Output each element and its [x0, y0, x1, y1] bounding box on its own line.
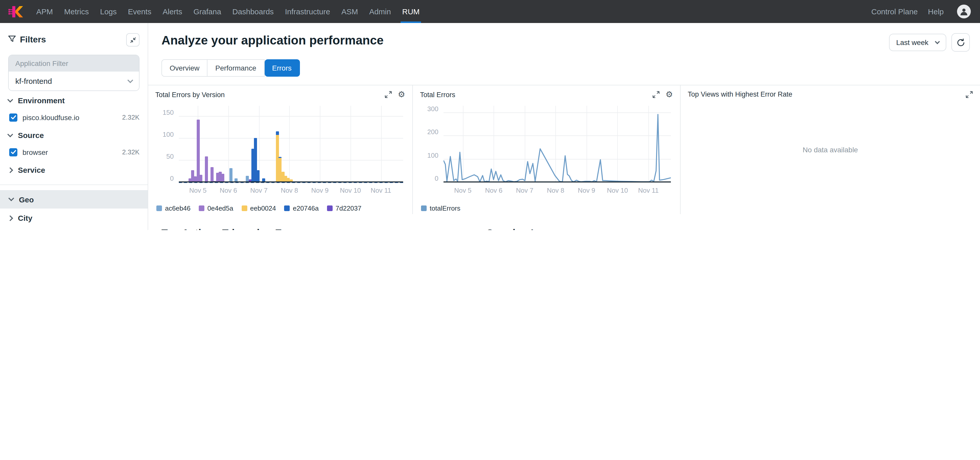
legend-item-eeb0024[interactable]: eeb0024	[242, 204, 276, 212]
x-tick-label: Nov 9	[578, 186, 595, 194]
nav-right-items: Control PlaneHelp	[866, 7, 949, 16]
filter-funnel-icon	[8, 35, 16, 45]
sidebar-item-city[interactable]: City	[8, 210, 140, 226]
collapse-sidebar-button[interactable]	[126, 33, 140, 46]
x-tick-label: Nov 8	[281, 186, 298, 194]
nav-item-alerts[interactable]: Alerts	[157, 0, 188, 23]
sidebar-section-label: Environment	[18, 96, 65, 105]
nav-items: APMMetricsLogsEventsAlertsGrafanaDashboa…	[31, 0, 425, 23]
x-axis-line	[444, 181, 671, 183]
expand-icon[interactable]	[966, 91, 973, 98]
x-tick-label: Nov 10	[340, 186, 361, 194]
legend-label: 7d22037	[336, 204, 361, 212]
x-tick-label: Nov 5	[454, 186, 472, 194]
kloudfuse-logo-icon[interactable]	[8, 0, 24, 23]
legend-label: e20746a	[293, 204, 318, 212]
gear-icon[interactable]: ⚙	[665, 91, 673, 99]
legend-swatch	[284, 205, 290, 211]
application-filter-select[interactable]: Application Filter kf-frontend	[8, 55, 140, 91]
filter-item-pisco-kloudfuse-io[interactable]: pisco.kloudfuse.io2.32K	[8, 109, 140, 126]
sidebar-section-environment[interactable]: Environment	[8, 92, 140, 109]
chevron-down-icon	[8, 196, 14, 201]
panel-title: Total Errors by Version	[155, 91, 225, 99]
tab-overview[interactable]: Overview	[161, 59, 208, 77]
y-tick-label: 100	[427, 151, 438, 159]
sidebar-section-service[interactable]: Service	[8, 161, 140, 178]
nav-item-dashboards[interactable]: Dashboards	[227, 0, 280, 23]
nav-item-grafana[interactable]: Grafana	[188, 0, 227, 23]
nav-item-help[interactable]: Help	[923, 7, 949, 16]
bar-ac6eb46[interactable]	[229, 168, 232, 183]
x-tick-label: Nov 11	[638, 186, 659, 194]
app-window: APMMetricsLogsEventsAlertsGrafanaDashboa…	[0, 0, 980, 230]
legend-item-0e4ed5a[interactable]: 0e4ed5a	[199, 204, 233, 212]
time-range-select[interactable]: Last week	[889, 34, 946, 51]
line-chart-legend: totalErrors	[421, 202, 673, 214]
gear-icon[interactable]: ⚙	[398, 91, 405, 99]
y-tick-label: 300	[427, 105, 438, 113]
total-errors-line	[444, 106, 671, 183]
view-tabs: OverviewPerformanceErrors	[161, 59, 300, 77]
sidebar-section-label: Service	[18, 166, 45, 174]
chevron-right-icon	[7, 215, 13, 221]
ongoing-issues-section: Ongoing Issues Group IDTypeError Message…	[486, 228, 970, 230]
bar-cap-e20746a	[276, 131, 279, 135]
sidebar-section-source[interactable]: Source	[8, 127, 140, 143]
bar-e20746a[interactable]	[257, 170, 260, 183]
legend-item-ac6eb46[interactable]: ac6eb46	[156, 204, 191, 212]
filters-sidebar: Filters Application Filter kf-frontend E…	[0, 23, 148, 230]
tab-errors[interactable]: Errors	[264, 59, 300, 77]
filter-item-label: pisco.kloudfuse.io	[22, 113, 80, 121]
nav-left: APMMetricsLogsEventsAlertsGrafanaDashboa…	[8, 0, 425, 23]
sidebar-item-continent[interactable]: Continent	[8, 228, 140, 230]
gridline	[179, 116, 403, 117]
legend-swatch	[199, 205, 204, 211]
nav-item-infrastructure[interactable]: Infrastructure	[279, 0, 336, 23]
bar-cap-e20746a	[279, 157, 282, 158]
legend-swatch	[421, 205, 426, 211]
bar-0e4ed5a[interactable]	[210, 167, 213, 183]
nav-item-metrics[interactable]: Metrics	[59, 0, 94, 23]
nav-right: Control PlaneHelp	[866, 0, 971, 23]
nav-item-control-plane[interactable]: Control Plane	[866, 7, 923, 16]
nav-item-logs[interactable]: Logs	[94, 0, 123, 23]
bar-0e4ed5a[interactable]	[205, 156, 208, 183]
refresh-button[interactable]	[951, 33, 970, 52]
checkbox-checked[interactable]	[9, 113, 18, 121]
nav-item-apm[interactable]: APM	[31, 0, 59, 23]
panel-total-errors-by-version: Total Errors by Version ⚙ 050100150 Nov …	[148, 85, 412, 214]
ongoing-issues-title: Ongoing Issues	[486, 228, 970, 230]
gridline	[290, 106, 290, 183]
x-tick-label: Nov 7	[516, 186, 533, 194]
line-chart-x-axis: Nov 5Nov 6Nov 7Nov 8Nov 9Nov 10Nov 11	[444, 186, 671, 196]
nav-item-rum[interactable]: RUM	[396, 0, 425, 23]
legend-item-7d22037[interactable]: 7d22037	[327, 204, 361, 212]
sidebar-group-label: Geo	[19, 195, 34, 204]
nav-item-admin[interactable]: Admin	[364, 0, 396, 23]
x-tick-label: Nov 5	[189, 186, 207, 194]
checkbox-checked[interactable]	[9, 148, 18, 156]
bar-0e4ed5a[interactable]	[221, 174, 224, 183]
sidebar-group-geo[interactable]: Geo	[0, 190, 148, 209]
x-tick-label: Nov 6	[220, 186, 237, 194]
top-actions-section: Top Actions Triggering Errors Action Nam…	[161, 228, 473, 230]
filter-item-browser[interactable]: browser2.32K	[8, 143, 140, 161]
x-tick-label: Nov 10	[607, 186, 628, 194]
line-chart-plot[interactable]: 0100200300	[444, 106, 671, 183]
expand-icon[interactable]	[652, 91, 659, 98]
chevron-down-icon	[7, 131, 13, 137]
nav-item-events[interactable]: Events	[123, 0, 157, 23]
nav-item-asm[interactable]: ASM	[336, 0, 364, 23]
gridline	[228, 106, 229, 183]
expand-icon[interactable]	[385, 91, 391, 98]
user-avatar[interactable]	[957, 5, 971, 18]
main-content: Analyze your application performance Las…	[148, 23, 980, 230]
legend-item-e20746a[interactable]: e20746a	[284, 204, 318, 212]
bar-0e4ed5a[interactable]	[197, 119, 200, 183]
legend-swatch	[327, 205, 332, 211]
tab-performance[interactable]: Performance	[208, 59, 264, 77]
legend-item-totalErrors[interactable]: totalErrors	[421, 204, 460, 212]
legend-label: ac6eb46	[165, 204, 191, 212]
chevron-right-icon	[7, 167, 13, 173]
bar-chart-plot[interactable]: 050100150	[179, 106, 403, 183]
